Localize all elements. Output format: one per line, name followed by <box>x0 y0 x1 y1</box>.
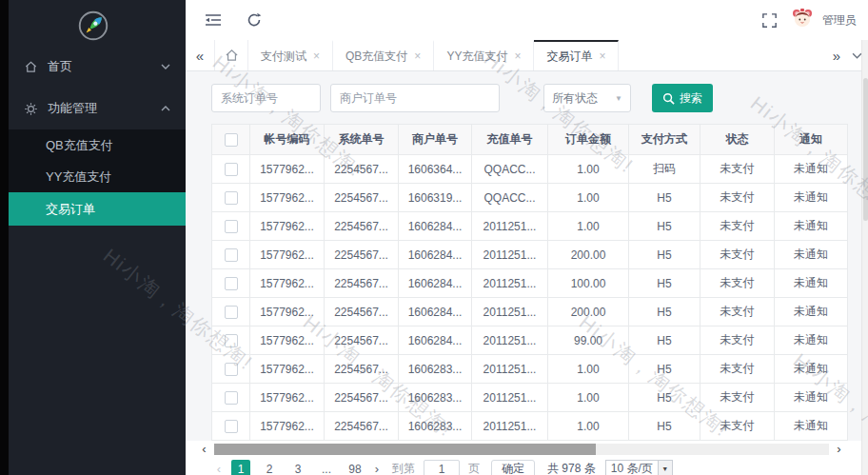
cell: 1577962... <box>250 269 325 298</box>
cell: H5 <box>629 241 700 269</box>
cell: 1606284... <box>399 327 472 355</box>
row-checkbox[interactable] <box>225 391 238 405</box>
table-row: 1577962...2254567...1606319...QQACC...1.… <box>212 184 848 212</box>
row-checkbox[interactable] <box>225 191 238 205</box>
table-row: 1577962...2254567...1606283...2011251...… <box>212 355 848 384</box>
system-order-input[interactable] <box>211 84 321 112</box>
goto-page-input[interactable] <box>424 460 460 475</box>
next-page-icon[interactable]: › <box>369 462 385 475</box>
cell: 1.00 <box>548 384 629 412</box>
vertical-scrollbar-thumb[interactable] <box>863 78 868 221</box>
user-avatar[interactable] <box>791 7 814 33</box>
row-checkbox[interactable] <box>225 220 238 233</box>
cell: 2254567... <box>325 384 399 412</box>
cell: 1606284... <box>399 269 472 298</box>
cell: 未支付 <box>700 241 775 269</box>
cell: 未通知 <box>775 269 848 298</box>
cell: 200.00 <box>548 298 629 327</box>
user-name[interactable]: 管理员 <box>822 12 857 29</box>
scroll-right-icon[interactable]: › <box>833 443 845 456</box>
search-button[interactable]: 搜索 <box>652 84 713 112</box>
tab-list: 支付测试×QB充值支付×YY充值支付×交易订单× <box>248 40 619 70</box>
content-area: 所有状态 ▼ 搜索 <box>186 71 868 475</box>
cell: 未支付 <box>700 212 775 241</box>
cell: 1.00 <box>548 184 629 212</box>
cell: 2011251... <box>472 241 548 269</box>
sidebar-item-home[interactable]: 首页 <box>0 46 186 88</box>
cell: H5 <box>629 184 700 212</box>
page-number-3[interactable]: 3 <box>288 460 307 475</box>
tabs-scroll-left-icon[interactable]: « <box>186 40 214 70</box>
fullscreen-icon[interactable] <box>762 13 777 28</box>
page-unit-label: 页 <box>468 461 480 475</box>
refresh-icon[interactable] <box>247 12 262 28</box>
sidebar-item-features[interactable]: 功能管理 <box>0 88 186 129</box>
close-icon[interactable]: × <box>313 49 320 63</box>
col-system-no: 系统单号 <box>325 125 399 155</box>
tab-2[interactable]: QB充值支付× <box>333 40 434 70</box>
page-number-98[interactable]: 98 <box>345 460 365 475</box>
tab-1[interactable]: 支付测试× <box>248 40 333 70</box>
status-select-value: 所有状态 <box>552 90 598 107</box>
scroll-left-icon[interactable]: ‹ <box>198 443 210 456</box>
cell: 1577962... <box>250 298 325 327</box>
chevron-down-icon: ▼ <box>615 94 622 103</box>
row-checkbox[interactable] <box>225 363 238 376</box>
col-recharge-no: 充值单号 <box>472 125 548 155</box>
app-logo[interactable] <box>0 0 186 46</box>
tab-4[interactable]: 交易订单× <box>534 40 619 70</box>
merchant-order-input[interactable] <box>330 84 500 112</box>
menu-fold-icon[interactable] <box>205 13 222 27</box>
cell: 2254567... <box>325 212 399 241</box>
page-number-1[interactable]: 1 <box>231 460 250 475</box>
row-checkbox[interactable] <box>225 163 238 176</box>
sidebar-item-yy-pay[interactable]: YY充值支付 <box>0 161 186 192</box>
cell: 1.00 <box>548 412 629 441</box>
col-account: 帐号编码 <box>250 125 325 155</box>
cell: 2254567... <box>325 241 399 269</box>
close-icon[interactable]: × <box>514 49 521 63</box>
table-row: 1577962...2254567...1606283...2011251...… <box>212 384 848 412</box>
tab-3[interactable]: YY充值支付× <box>434 40 534 70</box>
row-checkbox[interactable] <box>225 306 238 319</box>
cell: 未通知 <box>775 384 848 412</box>
sidebar-item-trade-orders[interactable]: 交易订单 <box>9 192 186 226</box>
row-checkbox[interactable] <box>225 334 238 347</box>
cell: 未支付 <box>700 355 775 384</box>
cell: 2011251... <box>472 298 548 327</box>
prev-page-icon[interactable]: ‹ <box>211 462 227 475</box>
vertical-scrollbar[interactable] <box>861 40 868 475</box>
cell: 1606284... <box>399 298 472 327</box>
cell: H5 <box>629 212 700 241</box>
tab-home[interactable] <box>214 40 248 70</box>
close-icon[interactable]: × <box>414 49 421 63</box>
status-select[interactable]: 所有状态 ▼ <box>543 84 631 112</box>
cell: 2254567... <box>325 184 399 212</box>
bottom-bar: ‹ › ‹ 123...98 › 到第 页 确定 共 978 条 <box>186 441 868 475</box>
cell: 2254567... <box>325 298 399 327</box>
table-row: 1577962...2254567...1606284...2011251...… <box>212 298 848 327</box>
page-size-select[interactable]: 10 条/页 ▼ <box>605 460 673 475</box>
select-all-checkbox[interactable] <box>225 133 238 147</box>
scrollbar-thumb[interactable] <box>214 444 596 455</box>
row-checkbox[interactable] <box>225 420 238 433</box>
cell: 未支付 <box>700 412 775 441</box>
cell: 2254567... <box>325 355 399 384</box>
sidebar-item-qb-pay[interactable]: QB充值支付 <box>0 129 186 161</box>
cell: 1577962... <box>250 155 325 184</box>
tabs-scroll-right-icon[interactable]: » <box>833 48 840 64</box>
row-checkbox[interactable] <box>225 248 238 262</box>
tab-label: QB充值支付 <box>345 49 407 65</box>
horizontal-scrollbar: ‹ › <box>198 442 845 457</box>
table-row: 1577962...2254567...1606284...2011251...… <box>212 327 848 355</box>
cell: 1577962... <box>250 212 325 241</box>
page-number-2[interactable]: 2 <box>260 460 279 475</box>
scrollbar-track[interactable] <box>214 444 829 455</box>
sidebar: 首页 功能管理 QB充值支付 YY充值支付 交易订单 <box>0 0 186 475</box>
search-form: 所有状态 ▼ 搜索 <box>211 84 868 112</box>
cell: 100.00 <box>548 269 629 298</box>
confirm-button[interactable]: 确定 <box>491 460 535 475</box>
row-checkbox[interactable] <box>225 277 238 290</box>
close-icon[interactable]: × <box>599 49 605 63</box>
cell: 未支付 <box>700 327 775 355</box>
